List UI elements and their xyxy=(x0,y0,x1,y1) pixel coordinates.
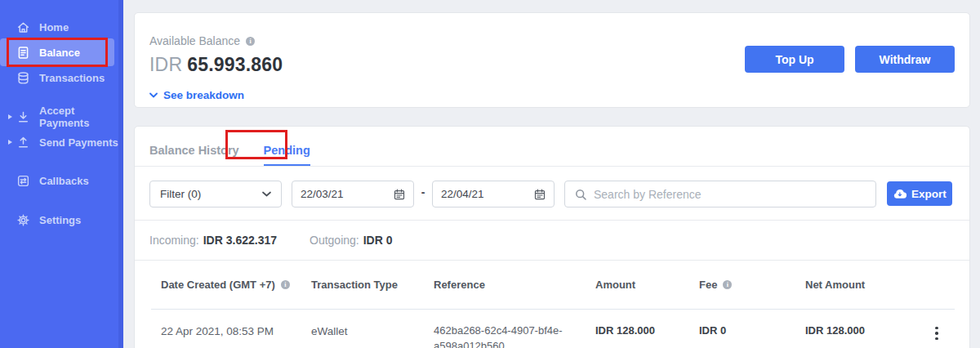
cell-reference: 462ba268-62c4-4907-bf4e-a598a012b560 xyxy=(424,310,586,348)
divider xyxy=(135,166,969,167)
chevron-down-icon xyxy=(149,92,158,98)
incoming-summary: Incoming:IDR 3.622.317 xyxy=(149,234,277,247)
sidebar-item-label: Settings xyxy=(39,214,81,226)
cell-fee: IDR 0 xyxy=(689,310,795,348)
cloud-download-icon xyxy=(893,189,906,199)
incoming-label: Incoming: xyxy=(149,234,199,247)
column-header-amount: Amount xyxy=(586,279,689,291)
sidebar-item-accept-payments[interactable]: Accept Payments xyxy=(0,108,123,126)
tab-bar: Balance History Pending xyxy=(149,127,310,166)
top-up-button[interactable]: Top Up xyxy=(745,46,844,73)
row-actions-kebab-icon[interactable] xyxy=(930,325,943,348)
settings-icon xyxy=(16,213,30,227)
sidebar-item-callbacks[interactable]: Callbacks xyxy=(0,172,123,190)
filter-dropdown[interactable]: Filter (0) xyxy=(149,181,282,207)
tab-balance-history[interactable]: Balance History xyxy=(149,144,239,166)
sidebar-scrollbar[interactable] xyxy=(118,0,123,348)
available-balance-card: Available Balance IDR65.993.860 See brea… xyxy=(134,12,970,108)
cell-transaction-type: eWallet xyxy=(301,310,424,348)
date-from-field[interactable] xyxy=(292,181,414,207)
info-icon[interactable] xyxy=(281,280,290,289)
sidebar: Home Balance Transactions Accept Payment… xyxy=(0,0,123,348)
export-button[interactable]: Export xyxy=(887,181,952,206)
sidebar-item-label: Callbacks xyxy=(39,175,89,187)
sidebar-item-label: Accept Payments xyxy=(39,105,123,129)
outgoing-summary: Outgoing:IDR 0 xyxy=(310,234,393,247)
chevron-down-icon xyxy=(262,191,271,197)
tab-pending[interactable]: Pending xyxy=(264,144,310,166)
outgoing-label: Outgoing: xyxy=(310,234,359,247)
transactions-icon xyxy=(16,71,30,85)
date-to-field[interactable] xyxy=(432,181,555,207)
column-header-fee: Fee xyxy=(689,279,795,291)
currency-code: IDR xyxy=(149,54,182,75)
callbacks-icon xyxy=(16,174,30,188)
chevron-right-icon[interactable] xyxy=(7,139,13,145)
column-header-date: Date Created (GMT +7) xyxy=(151,279,301,291)
filter-label: Filter (0) xyxy=(160,188,201,200)
sidebar-item-label: Transactions xyxy=(39,72,105,84)
home-icon xyxy=(16,20,30,34)
summary-row: Incoming:IDR 3.622.317 Outgoing:IDR 0 xyxy=(149,234,393,247)
date-to-input[interactable] xyxy=(441,188,514,200)
info-icon[interactable] xyxy=(723,280,732,289)
sidebar-item-balance[interactable]: Balance xyxy=(0,38,114,66)
cell-amount: IDR 128.000 xyxy=(586,310,689,348)
search-input[interactable] xyxy=(594,188,866,201)
balance-icon xyxy=(16,46,30,60)
pending-transactions-table: Date Created (GMT +7) Transaction Type R… xyxy=(151,260,955,348)
balance-value: 65.993.860 xyxy=(187,54,283,75)
sidebar-item-label: Balance xyxy=(39,47,80,59)
sidebar-item-label: Home xyxy=(39,21,69,33)
column-header-net-amount: Net Amount xyxy=(795,279,909,291)
withdraw-button[interactable]: Withdraw xyxy=(855,46,955,73)
calendar-icon[interactable] xyxy=(534,189,546,200)
send-payments-icon xyxy=(16,136,30,149)
cell-net-amount: IDR 128.000 xyxy=(795,310,909,348)
date-from-input[interactable] xyxy=(301,188,374,200)
outgoing-value: IDR 0 xyxy=(363,234,393,247)
date-range-separator: - xyxy=(417,185,429,199)
balance-history-card: Balance History Pending Filter (0) - xyxy=(134,126,970,348)
column-header-reference: Reference xyxy=(424,279,586,291)
search-field[interactable] xyxy=(564,181,876,207)
search-icon xyxy=(575,189,586,200)
chevron-right-icon[interactable] xyxy=(7,114,13,120)
balance-amount: IDR65.993.860 xyxy=(149,54,283,76)
sidebar-item-send-payments[interactable]: Send Payments xyxy=(0,133,123,151)
incoming-value: IDR 3.622.317 xyxy=(203,234,277,247)
table-row: 22 Apr 2021, 08:53 PM eWallet 462ba268-6… xyxy=(151,310,955,348)
cell-date: 22 Apr 2021, 08:53 PM xyxy=(151,310,301,348)
table-header-row: Date Created (GMT +7) Transaction Type R… xyxy=(151,260,955,310)
balance-page: Home Balance Transactions Accept Payment… xyxy=(0,0,980,348)
info-icon[interactable] xyxy=(246,37,255,46)
sidebar-item-label: Send Payments xyxy=(39,136,118,149)
available-balance-label: Available Balance xyxy=(149,34,240,47)
sidebar-item-settings[interactable]: Settings xyxy=(0,211,123,229)
divider xyxy=(135,220,969,221)
calendar-icon[interactable] xyxy=(394,189,405,200)
accept-payments-icon xyxy=(16,110,30,124)
see-breakdown-link[interactable]: See breakdown xyxy=(149,89,244,101)
sidebar-item-transactions[interactable]: Transactions xyxy=(0,69,123,87)
column-header-type: Transaction Type xyxy=(301,279,424,291)
sidebar-item-home[interactable]: Home xyxy=(0,18,123,36)
